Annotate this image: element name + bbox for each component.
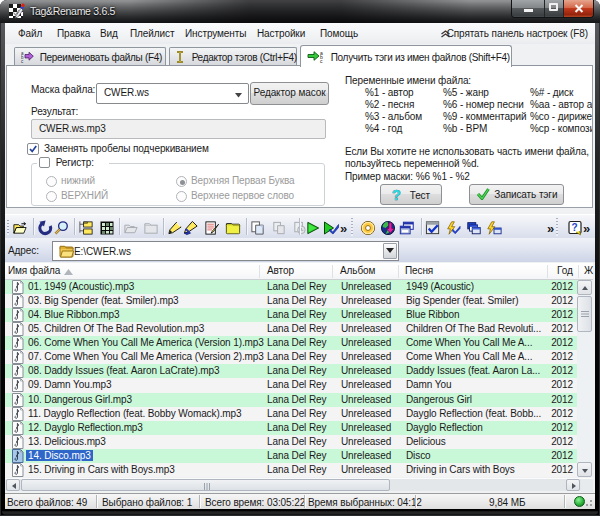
svg-text:c: c	[21, 59, 24, 63]
svg-text:?: ?	[392, 188, 401, 202]
svg-text:?: ?	[572, 222, 578, 233]
